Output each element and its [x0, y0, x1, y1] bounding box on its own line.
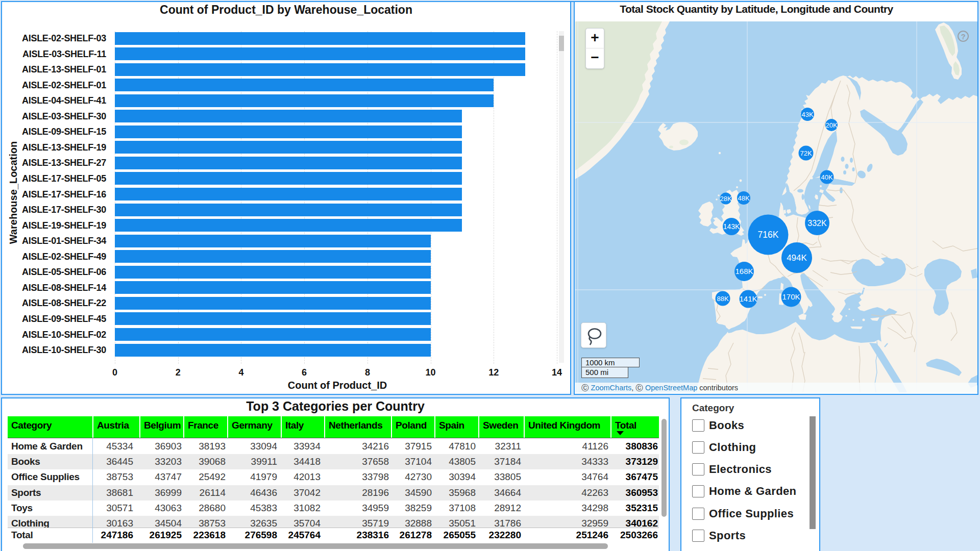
svg-text:20K: 20K: [825, 121, 837, 129]
svg-text:40K: 40K: [821, 173, 832, 181]
svg-text:716K: 716K: [758, 230, 779, 240]
svg-text:43K: 43K: [801, 111, 813, 118]
svg-text:48K: 48K: [738, 194, 749, 202]
svg-text:141K: 141K: [739, 294, 757, 303]
svg-text:168K: 168K: [735, 267, 753, 276]
svg-text:72K: 72K: [800, 149, 812, 157]
svg-text:332K: 332K: [807, 219, 827, 228]
svg-text:28K: 28K: [720, 195, 731, 203]
svg-text:494K: 494K: [787, 253, 807, 263]
svg-text:88K: 88K: [717, 295, 728, 303]
svg-text:143K: 143K: [723, 222, 740, 231]
svg-text:170K: 170K: [782, 292, 800, 301]
